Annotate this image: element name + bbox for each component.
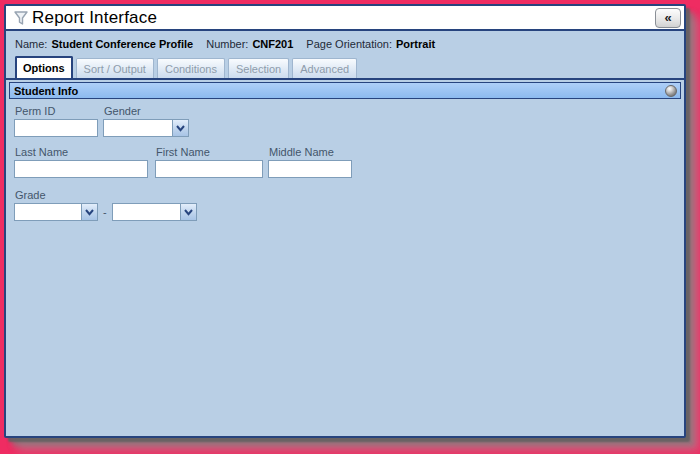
grade-range-separator: - [103, 206, 107, 218]
gender-selected-value [104, 120, 172, 136]
tab-advanced[interactable]: Advanced [292, 58, 357, 78]
chevron-down-icon [85, 209, 94, 216]
grade-label: Grade [15, 189, 684, 201]
grade-to-dropdown-button[interactable] [180, 204, 196, 220]
report-name-value: Student Conference Profile [51, 38, 193, 50]
tab-selection[interactable]: Selection [228, 58, 289, 78]
section-sphere-toggle-icon[interactable] [665, 85, 677, 97]
options-form: Perm ID Gender Last Name [6, 99, 684, 221]
chevron-down-icon [184, 209, 193, 216]
page-title: Report Interface [32, 8, 157, 28]
middle-name-label: Middle Name [269, 146, 352, 158]
perm-id-input[interactable] [14, 119, 98, 137]
filter-funnel-icon [13, 10, 29, 26]
page-orientation-label: Page Orientation: [306, 38, 392, 50]
tab-options[interactable]: Options [15, 56, 73, 78]
collapse-panel-button[interactable]: « [655, 8, 681, 28]
gender-label: Gender [104, 105, 189, 117]
tab-sort-output[interactable]: Sort / Output [76, 58, 154, 78]
middle-name-input[interactable] [268, 160, 352, 178]
grade-to-selected-value [113, 204, 180, 220]
first-name-label: First Name [156, 146, 263, 158]
grade-from-dropdown-button[interactable] [81, 204, 97, 220]
report-number-value: CNF201 [252, 38, 293, 50]
gender-dropdown-button[interactable] [172, 120, 188, 136]
report-info-bar: Name: Student Conference Profile Number:… [6, 31, 684, 56]
form-row-names: Last Name First Name Middle Name [14, 137, 684, 178]
perm-id-label: Perm ID [15, 105, 98, 117]
form-row-permid-gender: Perm ID Gender [14, 102, 684, 137]
tab-conditions[interactable]: Conditions [157, 58, 225, 78]
section-title: Student Info [14, 85, 78, 97]
grade-from-dropdown[interactable] [14, 203, 98, 221]
form-row-grade: Grade - [14, 189, 684, 221]
gender-dropdown[interactable] [103, 119, 189, 137]
chevron-down-icon [176, 125, 185, 132]
last-name-input[interactable] [14, 160, 148, 178]
grade-to-dropdown[interactable] [112, 203, 197, 221]
grade-from-selected-value [15, 204, 81, 220]
tab-bar: Options Sort / Output Conditions Selecti… [6, 56, 684, 80]
student-info-section-header: Student Info [9, 82, 681, 99]
first-name-input[interactable] [155, 160, 263, 178]
title-bar: Report Interface « [6, 6, 684, 31]
report-interface-window: Report Interface « Name: Student Confere… [4, 4, 686, 438]
page-orientation-value: Portrait [396, 38, 435, 50]
report-name-label: Name: [15, 38, 47, 50]
report-number-label: Number: [206, 38, 248, 50]
last-name-label: Last Name [15, 146, 148, 158]
